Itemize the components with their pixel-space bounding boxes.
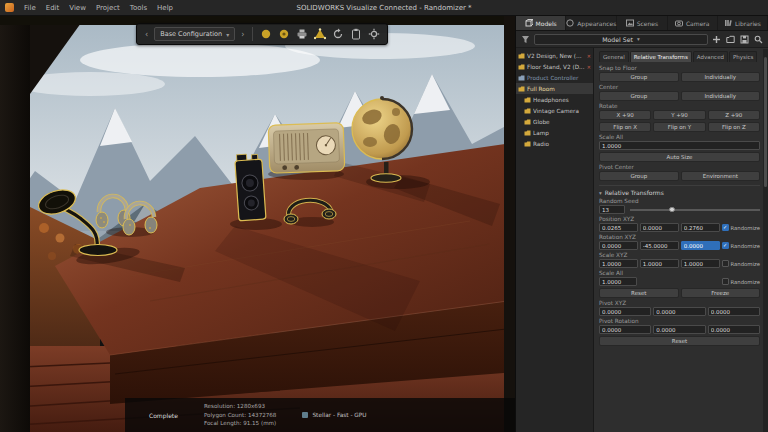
- pivot-z-input[interactable]: [708, 307, 760, 316]
- property-tabs: General Relative Transforms Advanced Phy…: [599, 51, 760, 62]
- position-x-input[interactable]: [599, 223, 638, 232]
- rotate-z90-button[interactable]: Z +90: [708, 110, 760, 120]
- position-y-input[interactable]: [640, 223, 679, 232]
- tree-item-radio[interactable]: Radio: [516, 138, 593, 149]
- appearance-gold-icon[interactable]: [259, 27, 273, 41]
- position-z-input[interactable]: [681, 223, 720, 232]
- menu-tools[interactable]: Tools: [125, 2, 152, 14]
- right-panel: Models Appearances Scenes Camera Librari…: [515, 16, 768, 432]
- tab-advanced[interactable]: Advanced: [693, 51, 728, 62]
- scrollbar-thumb[interactable]: [764, 57, 767, 187]
- prev-config-button[interactable]: ‹: [143, 30, 150, 39]
- slider-thumb[interactable]: [669, 207, 675, 213]
- rotation-z-input[interactable]: [681, 241, 720, 250]
- tree-item-globe[interactable]: Globe: [516, 116, 593, 127]
- tree-item-floor-stand[interactable]: Floor Stand, V2 (D... ✕: [516, 61, 593, 72]
- filter-icon[interactable]: [520, 34, 531, 45]
- app-logo-icon: [5, 3, 14, 12]
- viewport-3d[interactable]: ‹ Base Configuration ▾ ›: [0, 16, 515, 432]
- random-seed-input[interactable]: [599, 205, 625, 214]
- scale-randomize-checkbox[interactable]: [722, 260, 729, 267]
- search-icon[interactable]: [753, 34, 764, 45]
- rotation-x-input[interactable]: [599, 241, 638, 250]
- tab-physics[interactable]: Physics: [729, 51, 757, 62]
- add-model-set-button[interactable]: [711, 34, 722, 45]
- reset-button[interactable]: Reset: [599, 288, 679, 298]
- scale-all-input[interactable]: [599, 141, 760, 150]
- radio-object[interactable]: [268, 123, 345, 174]
- pivot-y-input[interactable]: [653, 307, 705, 316]
- relative-transforms-header[interactable]: ▾ Relative Transforms: [599, 185, 760, 196]
- rotate-x90-button[interactable]: X +90: [599, 110, 651, 120]
- save-button[interactable]: [739, 34, 750, 45]
- snap-individually-button[interactable]: Individually: [681, 72, 761, 82]
- renderer-selector[interactable]: Stellar - Fast - GPU: [302, 412, 366, 418]
- menu-edit[interactable]: Edit: [41, 2, 65, 14]
- clipboard-icon[interactable]: [349, 27, 363, 41]
- snap-group-button[interactable]: Group: [599, 72, 679, 82]
- triad-gold-icon[interactable]: [313, 27, 327, 41]
- close-icon[interactable]: ✕: [587, 64, 591, 70]
- tab-camera[interactable]: Camera: [668, 16, 718, 30]
- tree-item-vintage-camera[interactable]: Vintage Camera: [516, 105, 593, 116]
- pivot-x-input[interactable]: [599, 307, 651, 316]
- scale-all-rt-input[interactable]: [599, 277, 637, 286]
- pivot-rot-z-input[interactable]: [708, 325, 760, 334]
- folder-button[interactable]: [725, 34, 736, 45]
- pivot-rot-x-input[interactable]: [599, 325, 651, 334]
- scale-y-input[interactable]: [640, 259, 679, 268]
- rotation-randomize-label: Randomize: [731, 243, 760, 249]
- scale-all-label: Scale All: [599, 134, 760, 140]
- menubar: File Edit View Project Tools Help SOLIDW…: [0, 0, 768, 16]
- tab-scenes[interactable]: Scenes: [617, 16, 667, 30]
- scale-x-input[interactable]: [599, 259, 638, 268]
- rotate-y90-button[interactable]: Y +90: [653, 110, 705, 120]
- render-output-icon[interactable]: [295, 27, 309, 41]
- turntable-icon[interactable]: [331, 27, 345, 41]
- settings-gear-icon[interactable]: [367, 27, 381, 41]
- rotation-randomize-checkbox[interactable]: ✓: [722, 242, 729, 249]
- next-config-button[interactable]: ›: [239, 30, 246, 39]
- rotation-y-input[interactable]: [640, 241, 679, 250]
- flip-x-button[interactable]: Flip on X: [599, 122, 651, 132]
- position-randomize-checkbox[interactable]: ✓: [722, 224, 729, 231]
- scale-z-input[interactable]: [681, 259, 720, 268]
- tab-appearances[interactable]: Appearances: [566, 16, 617, 30]
- tab-libraries[interactable]: Libraries: [718, 16, 768, 30]
- pivot-xyz-label: Pivot XYZ: [599, 300, 760, 306]
- tree-item-lamp[interactable]: Lamp: [516, 127, 593, 138]
- menu-project[interactable]: Project: [91, 2, 125, 14]
- material-gold-icon[interactable]: [277, 27, 291, 41]
- menu-file[interactable]: File: [19, 2, 41, 14]
- menu-help[interactable]: Help: [152, 2, 178, 14]
- pivot-rot-y-input[interactable]: [653, 325, 705, 334]
- random-seed-slider[interactable]: [630, 206, 760, 214]
- flip-z-button[interactable]: Flip on Z: [708, 122, 760, 132]
- tree-item-full-room[interactable]: Full Room: [516, 83, 593, 94]
- gpu-icon: [302, 412, 308, 418]
- panel-scrollbar[interactable]: [763, 49, 768, 432]
- center-group-button[interactable]: Group: [599, 91, 679, 101]
- scale-all-randomize-checkbox[interactable]: [722, 278, 729, 285]
- tree-item-headphones[interactable]: Headphones: [516, 94, 593, 105]
- model-tree: V2 Design, New (S... ✕ Floor Stand, V2 (…: [516, 48, 594, 432]
- center-individually-button[interactable]: Individually: [681, 91, 761, 101]
- tab-general[interactable]: General: [599, 51, 629, 62]
- vintage-camera-object[interactable]: [234, 153, 266, 221]
- reset-pivot-button[interactable]: Reset: [599, 336, 760, 346]
- tab-relative-transforms[interactable]: Relative Transforms: [630, 51, 692, 62]
- tab-models[interactable]: Models: [516, 16, 566, 30]
- auto-size-button[interactable]: Auto Size: [599, 152, 760, 162]
- pivot-environment-button[interactable]: Environment: [681, 171, 761, 181]
- menu-view[interactable]: View: [64, 2, 91, 14]
- close-icon[interactable]: ✕: [587, 53, 591, 59]
- model-set-dropdown[interactable]: Model Set ▾: [534, 34, 708, 45]
- properties-panel: General Relative Transforms Advanced Phy…: [594, 48, 768, 432]
- flip-y-button[interactable]: Flip on Y: [653, 122, 705, 132]
- tree-item-product-controller[interactable]: Product Controller: [516, 72, 593, 83]
- configuration-dropdown[interactable]: Base Configuration ▾: [154, 27, 235, 41]
- pivot-group-button[interactable]: Group: [599, 171, 679, 181]
- scene-render: [0, 16, 515, 432]
- tree-item-v2-design[interactable]: V2 Design, New (S... ✕: [516, 50, 593, 61]
- freeze-button[interactable]: Freeze: [681, 288, 761, 298]
